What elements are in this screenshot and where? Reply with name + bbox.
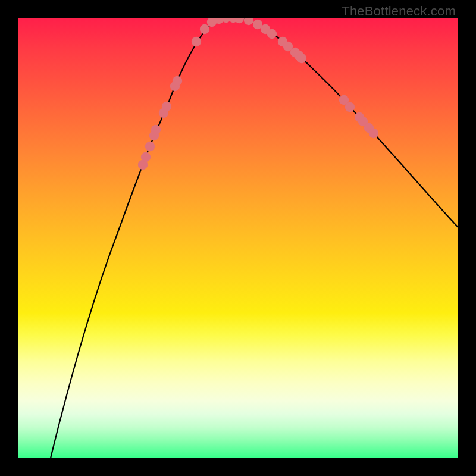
curve-marker: [145, 142, 155, 151]
curve-marker: [192, 37, 201, 46]
curve-marker: [173, 76, 182, 86]
curve-marker: [151, 125, 161, 134]
curve-marker: [234, 18, 244, 23]
curve-marker: [162, 102, 171, 111]
watermark-text: TheBottleneck.com: [342, 4, 456, 19]
curve-marker: [345, 102, 355, 112]
chart-svg: [18, 18, 458, 458]
plot-area: [18, 18, 458, 458]
curve-marker: [369, 129, 378, 138]
curve-marker: [297, 54, 306, 63]
curve-marker: [141, 152, 151, 162]
chart-frame: TheBottleneck.com: [0, 0, 476, 476]
bottleneck-curve: [51, 18, 458, 458]
curve-marker: [267, 29, 277, 39]
curve-marker: [200, 24, 209, 34]
curve-markers: [138, 18, 378, 170]
curve-marker: [244, 18, 253, 25]
